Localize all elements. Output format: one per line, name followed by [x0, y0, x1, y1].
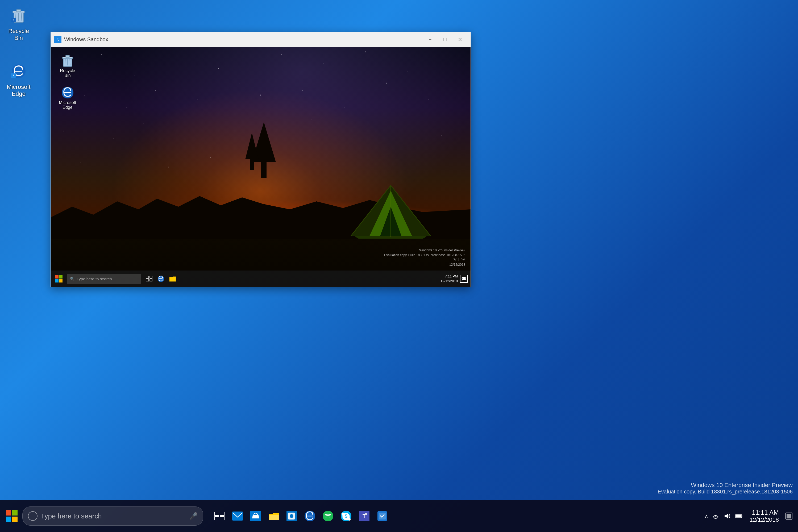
svg-point-17: [135, 76, 135, 76]
edge-taskbar-icon[interactable]: [301, 506, 319, 527]
svg-point-48: [210, 157, 211, 158]
taskbar-divider: [208, 509, 208, 523]
svg-text:S: S: [345, 514, 348, 518]
svg-point-23: [407, 71, 408, 71]
svg-point-106: [365, 513, 367, 515]
sandbox-task-view-button[interactable]: [144, 273, 155, 285]
svg-point-41: [311, 119, 311, 119]
clipboard-taskbar-icon[interactable]: [373, 506, 391, 527]
svg-point-24: [437, 59, 437, 59]
tray-expand-button[interactable]: ∧: [703, 513, 710, 519]
sandbox-edge-taskbar[interactable]: [155, 273, 167, 285]
svg-point-25: [84, 95, 84, 95]
recycle-bin-icon[interactable]: ↑ Recycle Bin: [3, 3, 35, 44]
sandbox-taskbar: 🔍 Type here to search: [51, 270, 471, 287]
sandbox-edge-icon[interactable]: Microsoft Edge: [56, 84, 79, 111]
svg-rect-112: [736, 515, 741, 517]
svg-point-100: [323, 511, 333, 521]
svg-rect-77: [150, 279, 152, 281]
svg-point-22: [365, 52, 366, 52]
edge-host-label: Microsoft Edge: [5, 83, 33, 98]
sandbox-content: Recycle Bin Microsoft Edge Windows 10 Pr…: [51, 47, 471, 287]
sandbox-recycle-bin-icon[interactable]: Recycle Bin: [56, 52, 79, 79]
svg-text:O: O: [291, 515, 292, 518]
host-search-bar[interactable]: Type here to search 🎤: [22, 507, 203, 526]
svg-point-34: [428, 99, 429, 100]
sandbox-edge-label: Microsoft Edge: [57, 100, 78, 110]
host-desktop: ↑ Recycle Bin ↗ Microsoft Edge S: [0, 0, 798, 532]
sandbox-title-icon: S: [54, 36, 61, 43]
svg-point-45: [80, 162, 80, 163]
svg-point-27: [155, 90, 156, 91]
host-search-placeholder: Type here to search: [41, 512, 102, 520]
sandbox-minimize-button[interactable]: −: [423, 34, 438, 45]
skype-taskbar-icon[interactable]: S: [337, 506, 355, 527]
teams-taskbar-icon[interactable]: T: [355, 506, 373, 527]
tray-sound-icon[interactable]: [721, 508, 733, 524]
sandbox-maximize-button[interactable]: □: [438, 34, 453, 45]
notification-center-button[interactable]: [783, 507, 795, 525]
clock-area[interactable]: 11:11 AM 12/12/2018: [747, 508, 781, 524]
svg-rect-70: [55, 275, 58, 279]
svg-text:S: S: [56, 38, 59, 42]
svg-point-16: [101, 54, 101, 55]
tray-network-icon[interactable]: [710, 508, 721, 524]
svg-rect-86: [214, 517, 219, 520]
svg-rect-2: [17, 10, 21, 12]
svg-point-38: [185, 143, 185, 144]
svg-point-42: [353, 143, 353, 144]
svg-rect-80: [6, 510, 11, 515]
svg-rect-81: [12, 510, 18, 515]
taskbar-app-area: O: [228, 506, 703, 527]
sandbox-start-button[interactable]: [52, 272, 66, 286]
svg-rect-76: [146, 279, 149, 281]
mail-taskbar-icon[interactable]: [228, 506, 247, 527]
svg-rect-75: [150, 276, 152, 279]
svg-point-30: [260, 94, 261, 95]
svg-text:↗: ↗: [12, 74, 14, 77]
sandbox-search-bar[interactable]: 🔍 Type here to search: [67, 274, 141, 284]
svg-rect-52: [261, 162, 267, 178]
sandbox-search-icon: 🔍: [70, 277, 75, 281]
svg-point-29: [240, 83, 240, 83]
search-circle-icon: [28, 511, 38, 521]
svg-marker-53: [245, 133, 259, 159]
sandbox-clock[interactable]: 7:11 PM 12/12/2018: [440, 274, 458, 284]
svg-rect-83: [12, 517, 18, 522]
sandbox-system-tray: 7:11 PM 12/12/2018 💬: [438, 270, 471, 287]
sandbox-taskbar-icons: [144, 273, 178, 285]
microphone-icon[interactable]: 🎤: [189, 512, 198, 520]
svg-rect-87: [220, 517, 225, 520]
sandbox-close-button[interactable]: ✕: [453, 34, 467, 45]
svg-rect-117: [786, 516, 789, 518]
svg-rect-82: [6, 517, 11, 522]
sandbox-titlebar: S Windows Sandbox − □ ✕: [51, 32, 471, 47]
sandbox-recycle-bin-image: [61, 54, 75, 68]
file-explorer-taskbar-icon[interactable]: [265, 506, 283, 527]
recycle-bin-label: Recycle Bin: [5, 28, 33, 42]
svg-rect-118: [789, 516, 791, 518]
svg-point-31: [302, 90, 303, 91]
svg-point-90: [254, 518, 255, 519]
tray-battery-icon[interactable]: [733, 508, 745, 524]
microsoft-edge-host-icon[interactable]: ↗ Microsoft Edge: [3, 58, 35, 100]
outlook-taskbar-icon[interactable]: O: [283, 506, 301, 527]
svg-rect-113: [742, 515, 742, 517]
svg-rect-115: [786, 514, 789, 516]
sandbox-file-explorer-taskbar[interactable]: [167, 273, 178, 285]
host-wm-line2: Evaluation copy. Build 18301.rs_prerelea…: [658, 489, 793, 495]
sandbox-notifications-button[interactable]: 💬: [460, 275, 468, 283]
svg-point-109: [715, 518, 716, 519]
spotify-taskbar-icon[interactable]: [319, 506, 337, 527]
host-start-button[interactable]: [3, 507, 21, 525]
recycle-bin-image: ↑: [8, 5, 29, 26]
svg-text:↑: ↑: [13, 19, 14, 21]
host-watermark: Windows 10 Enterprise Insider Preview Ev…: [658, 482, 793, 495]
task-view-button[interactable]: [210, 506, 228, 527]
sandbox-wallpaper: [51, 47, 471, 287]
svg-point-26: [126, 107, 127, 108]
store-taskbar-icon[interactable]: [247, 506, 265, 527]
svg-point-33: [386, 83, 387, 83]
svg-point-39: [227, 131, 227, 131]
sandbox-search-placeholder: Type here to search: [77, 277, 112, 281]
